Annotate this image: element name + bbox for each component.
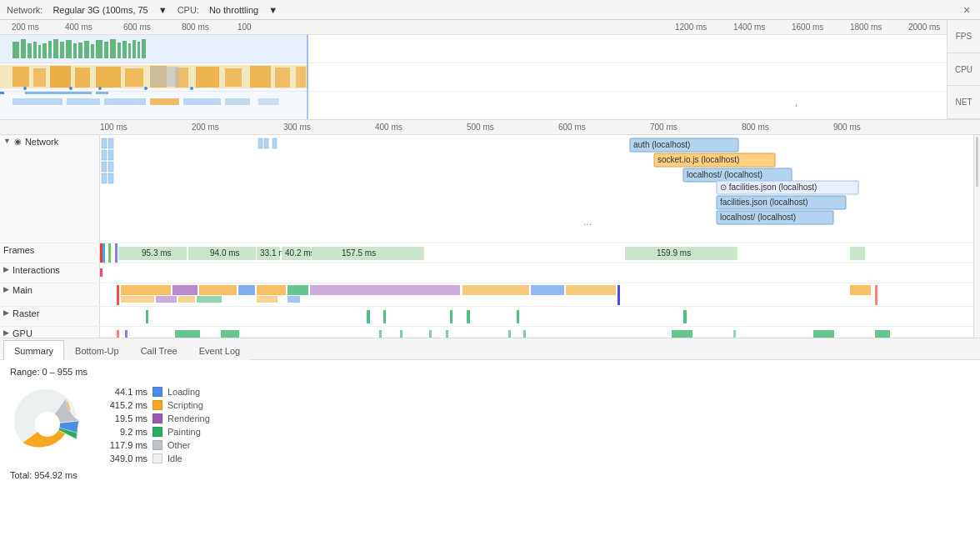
- svg-rect-123: [517, 310, 519, 323]
- svg-text:157.5 ms: 157.5 ms: [342, 248, 376, 258]
- network-row-label: ▼ ◉ Network: [0, 135, 100, 243]
- legend-rendering: 19.5 ms Rendering: [102, 413, 210, 423]
- svg-rect-55: [102, 138, 107, 148]
- svg-rect-98: [121, 285, 171, 295]
- svg-rect-120: [383, 310, 386, 323]
- legend-idle: 349.0 ms Idle: [102, 453, 210, 463]
- loading-color: [152, 387, 162, 397]
- rendering-label: Rendering: [168, 413, 210, 423]
- tab-bottom-up[interactable]: Bottom-Up: [64, 340, 130, 360]
- svg-rect-136: [733, 330, 736, 338]
- main-label: ▶ Main: [0, 283, 100, 306]
- net-label: NET: [948, 86, 980, 119]
- svg-rect-135: [672, 330, 692, 338]
- svg-rect-96: [100, 268, 102, 277]
- svg-rect-133: [508, 330, 511, 338]
- overview-timeline: 200 ms 400 ms 600 ms 800 ms 100 1200 ms …: [0, 20, 947, 35]
- svg-rect-126: [125, 330, 128, 338]
- summary-total: Total: 954.92 ms: [10, 470, 970, 480]
- toolbar: Network: Regular 3G (100ms, 75 ▼ CPU: No…: [0, 0, 980, 20]
- svg-rect-104: [310, 285, 460, 295]
- svg-rect-137: [813, 330, 834, 338]
- timeline-scrollbar[interactable]: [973, 135, 980, 338]
- tab-summary[interactable]: Summary: [3, 340, 64, 360]
- svg-rect-129: [379, 330, 382, 338]
- svg-text:localhost/ (localhost): localhost/ (localhost): [687, 170, 762, 179]
- svg-rect-61: [102, 173, 107, 183]
- svg-rect-121: [450, 310, 452, 323]
- other-label: Other: [168, 440, 191, 450]
- perf-panel: 100 ms 200 ms 300 ms 400 ms 500 ms 600 m…: [0, 120, 980, 556]
- main-content: [100, 283, 973, 306]
- overview-canvas: [0, 35, 947, 119]
- gpu-expand[interactable]: ▶: [3, 328, 9, 337]
- svg-rect-118: [146, 310, 148, 323]
- network-dropdown[interactable]: ▼: [158, 5, 168, 15]
- summary-content: 44.1 ms Loading 415.2 ms Scripting 19.5 …: [10, 387, 970, 463]
- frames-label: Frames: [0, 243, 100, 263]
- legend-loading: 44.1 ms Loading: [102, 387, 210, 397]
- interactions-label-text: Interactions: [12, 265, 60, 275]
- svg-rect-62: [108, 173, 113, 183]
- cpu-dropdown[interactable]: ▼: [268, 5, 278, 15]
- svg-rect-127: [175, 330, 200, 338]
- tab-event-log[interactable]: Event Log: [188, 340, 252, 360]
- pie-chart: [10, 387, 85, 462]
- svg-rect-109: [618, 285, 620, 305]
- rendering-color: [152, 413, 162, 423]
- svg-rect-101: [238, 285, 255, 295]
- interactions-label: ▶ Interactions: [0, 263, 100, 283]
- timeline-header: 100 ms 200 ms 300 ms 400 ms 500 ms 600 m…: [0, 120, 980, 135]
- svg-rect-124: [683, 310, 687, 323]
- main-expand[interactable]: ▶: [3, 285, 9, 293]
- interactions-expand[interactable]: ▶: [3, 265, 9, 273]
- idle-label: Idle: [168, 453, 182, 463]
- legend-scripting: 415.2 ms Scripting: [102, 400, 210, 410]
- svg-text:95.3 ms: 95.3 ms: [142, 248, 172, 258]
- selection-overlay[interactable]: [0, 35, 308, 119]
- svg-text:auth (localhost): auth (localhost): [633, 140, 690, 149]
- summary-legend: 44.1 ms Loading 415.2 ms Scripting 19.5 …: [102, 387, 210, 463]
- svg-text:localhost/ (localhost): localhost/ (localhost): [720, 213, 796, 222]
- svg-rect-122: [467, 310, 470, 323]
- timeline-rows[interactable]: ▼ ◉ Network: [0, 135, 973, 338]
- network-label: Network:: [7, 5, 42, 15]
- summary-range: Range: 0 – 955 ms: [10, 367, 970, 377]
- svg-rect-128: [221, 330, 239, 338]
- cpu-value: No throttling: [209, 5, 258, 15]
- svg-rect-97: [117, 285, 119, 305]
- raster-row: ▶ Raster: [0, 307, 973, 327]
- overview-section: 200 ms 400 ms 600 ms 800 ms 100 1200 ms …: [0, 20, 980, 120]
- svg-rect-81: [108, 243, 111, 263]
- network-label-text: Network: [25, 137, 58, 147]
- fps-label: FPS: [948, 20, 980, 53]
- gpu-row: ▶ GPU: [0, 327, 973, 338]
- svg-rect-60: [108, 162, 113, 172]
- loading-label: Loading: [168, 387, 200, 397]
- close-button[interactable]: ×: [960, 3, 973, 17]
- svg-rect-80: [102, 243, 105, 263]
- tab-call-tree[interactable]: Call Tree: [130, 340, 188, 360]
- svg-text:⊙ facilities.json (localhost): ⊙ facilities.json (localhost): [720, 183, 817, 192]
- svg-text:...: ...: [583, 216, 592, 228]
- svg-rect-131: [429, 330, 432, 338]
- legend-painting: 9.2 ms Painting: [102, 427, 210, 437]
- svg-rect-110: [850, 285, 871, 295]
- frames-content: 95.3 ms 94.0 ms 33.1 ms 40.2 ms 157.5 ms…: [100, 243, 973, 263]
- gpu-label: ▶ GPU: [0, 327, 100, 338]
- svg-rect-132: [446, 330, 448, 338]
- scrollbar-thumb[interactable]: [976, 137, 978, 187]
- network-expand-icon[interactable]: ▼: [3, 137, 11, 145]
- pie-chart-container: [10, 387, 85, 463]
- summary-panel: Range: 0 – 955 ms: [0, 360, 980, 556]
- svg-rect-117: [288, 296, 300, 303]
- bottom-tabs: Summary Bottom-Up Call Tree Event Log: [0, 338, 980, 360]
- svg-point-157: [35, 412, 60, 437]
- main-row: ▶ Main: [0, 283, 973, 307]
- raster-label: ▶ Raster: [0, 307, 100, 326]
- raster-expand[interactable]: ▶: [3, 308, 9, 317]
- svg-rect-112: [121, 296, 154, 303]
- svg-rect-79: [100, 243, 102, 263]
- cpu-label: CPU:: [178, 5, 199, 15]
- overview-main: 200 ms 400 ms 600 ms 800 ms 100 1200 ms …: [0, 20, 947, 119]
